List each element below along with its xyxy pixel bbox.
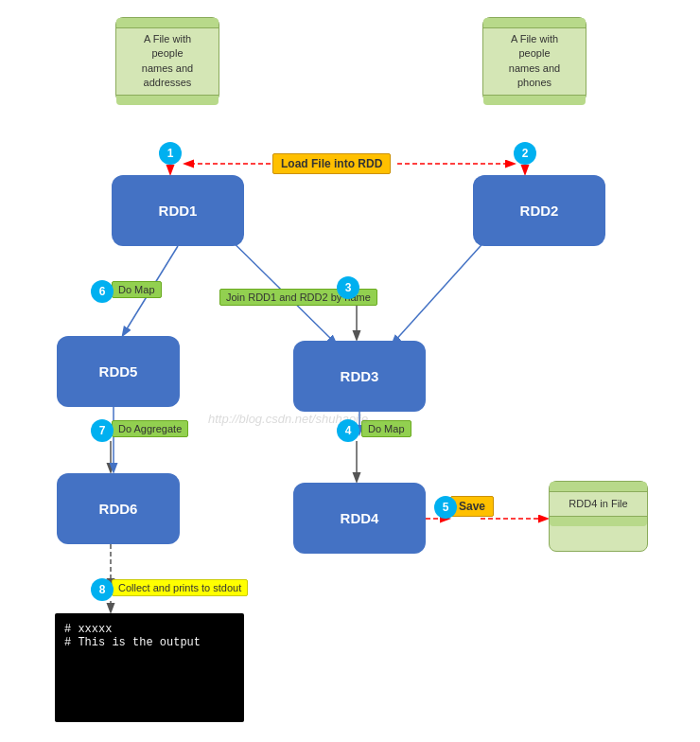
rdd2-box: RDD2 — [473, 175, 605, 246]
load-file-label: Load File into RDD — [272, 153, 391, 174]
step1-circle: 1 — [159, 142, 182, 165]
domap1-label: Do Map — [112, 281, 162, 298]
step2-circle: 2 — [514, 142, 536, 165]
rdd3-box: RDD3 — [293, 341, 426, 412]
rdd6-box: RDD6 — [57, 473, 180, 544]
step6-circle: 6 — [91, 280, 114, 303]
output-line2: # This is the output — [64, 636, 235, 649]
doc2: A File with people names and phones — [482, 17, 586, 102]
domap2-label: Do Map — [361, 420, 411, 437]
diagram-container: A File with people names and addresses A… — [0, 0, 700, 742]
rdd5-box: RDD5 — [57, 336, 180, 407]
doaggregate-label: Do Aggregate — [112, 420, 188, 437]
step3-circle: 3 — [337, 276, 359, 299]
step4-circle: 4 — [337, 419, 359, 442]
rdd4-box: RDD4 — [293, 483, 426, 554]
doc3: RDD4 in File — [549, 481, 648, 552]
output-box: # xxxxx # This is the output — [55, 613, 244, 722]
rdd1-box: RDD1 — [112, 175, 244, 246]
collect-label: Collect and prints to stdout — [112, 579, 248, 596]
step8-circle: 8 — [91, 578, 114, 601]
output-line1: # xxxxx — [64, 623, 235, 636]
step7-circle: 7 — [91, 419, 114, 442]
step5-circle: 5 — [434, 496, 457, 519]
doc1: A File with people names and addresses — [115, 17, 219, 102]
